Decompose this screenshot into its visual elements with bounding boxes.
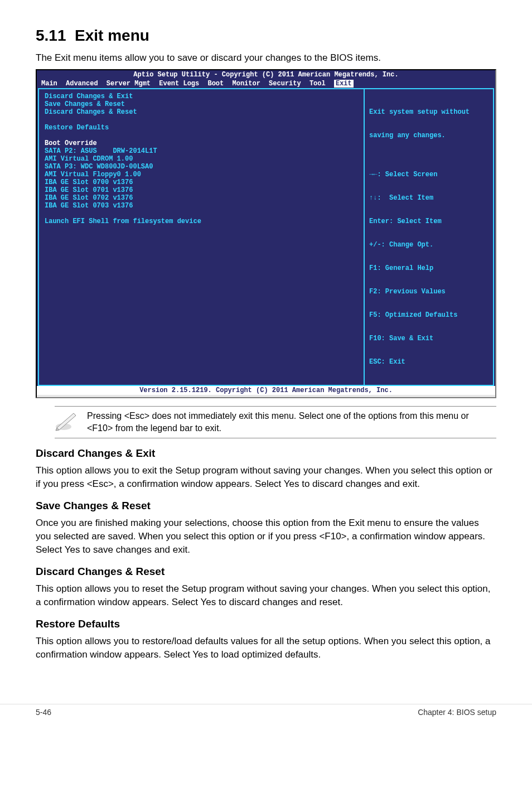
menu-iba-0700[interactable]: IBA GE Slot 0700 v1376	[45, 178, 358, 186]
menu-iba-0701[interactable]: IBA GE Slot 0701 v1376	[45, 186, 358, 194]
bios-version-footer: Version 2.15.1219. Copyright (C) 2011 Am…	[37, 386, 495, 395]
menu-restore-defaults[interactable]: Restore Defaults	[45, 124, 358, 132]
key-select-item: ↑↓: Select Item	[369, 194, 489, 202]
menu-iba-0703[interactable]: IBA GE Slot 0703 v1376	[45, 202, 358, 210]
menu-discard-exit[interactable]: Discard Changes & Exit	[45, 93, 358, 100]
heading-number: 5.11	[36, 27, 66, 44]
intro-text: The Exit menu items allow you to save or…	[36, 52, 496, 64]
key-general-help: F1: General Help	[369, 264, 489, 272]
key-prev-values: F2: Previous Values	[369, 288, 489, 296]
menu-sata-p3[interactable]: SATA P3: WDC WD800JD-00LSA0	[45, 163, 358, 171]
bios-right-panel: Exit system setup without saving any cha…	[365, 89, 493, 385]
menu-ami-floppy[interactable]: AMI Virtual Floppy0 1.00	[45, 171, 358, 178]
menu-launch-efi[interactable]: Launch EFI Shell from filesystem device	[45, 218, 358, 225]
bios-left-panel: Discard Changes & Exit Save Changes & Re…	[39, 89, 365, 385]
tab-monitor[interactable]: Monitor	[232, 80, 260, 88]
section-heading: Save Changes & Reset	[36, 500, 496, 512]
section-body: This option allows you to reset the Setu…	[36, 582, 496, 609]
note-text: Pressing <Esc> does not immediately exit…	[87, 410, 496, 434]
tab-advanced[interactable]: Advanced	[66, 80, 98, 88]
page-number: 5-46	[36, 708, 51, 717]
section-body: This option allows you to restore/load d…	[36, 635, 496, 661]
section-heading: Discard Changes & Exit	[36, 447, 496, 460]
tab-event-logs[interactable]: Event Logs	[159, 80, 199, 88]
key-save-exit: F10: Save & Exit	[369, 335, 489, 342]
chapter-label: Chapter 4: BIOS setup	[418, 708, 496, 717]
bios-utility-title: Aptio Setup Utility - Copyright (C) 2011…	[37, 70, 495, 79]
section-heading: Discard Changes & Reset	[36, 566, 496, 578]
bios-menubar: Main Advanced Server Mgmt Event Logs Boo…	[37, 79, 495, 88]
section-body: This option allows you to exit the Setup…	[36, 464, 496, 491]
key-select-screen: →←: Select Screen	[369, 171, 489, 178]
key-change-opt: +/-: Change Opt.	[369, 241, 489, 249]
section-heading: Restore Defaults	[36, 618, 496, 630]
bios-help-line: Exit system setup without	[369, 108, 489, 116]
tab-security[interactable]: Security	[269, 80, 301, 88]
page-title: 5.11 Exit menu	[36, 27, 496, 45]
section-body: Once you are finished making your select…	[36, 516, 496, 557]
heading-text: Exit menu	[75, 27, 149, 44]
tab-server-mgmt[interactable]: Server Mgmt	[107, 80, 151, 88]
pencil-icon	[55, 410, 77, 431]
key-enter: Enter: Select Item	[369, 218, 489, 225]
bios-bottom-bar	[37, 395, 495, 397]
tab-exit[interactable]: Exit	[334, 80, 354, 88]
menu-iba-0702[interactable]: IBA GE Slot 0702 v1376	[45, 194, 358, 202]
key-esc: ESC: Exit	[369, 358, 489, 366]
note-block: Pressing <Esc> does not immediately exit…	[55, 406, 496, 438]
menu-boot-override-header: Boot Override	[45, 139, 358, 147]
bios-screenshot: Aptio Setup Utility - Copyright (C) 2011…	[36, 69, 496, 398]
tab-boot[interactable]: Boot	[207, 80, 224, 88]
menu-discard-reset[interactable]: Discard Changes & Reset	[45, 108, 358, 116]
menu-save-reset[interactable]: Save Changes & Reset	[45, 100, 358, 108]
menu-ami-cdrom[interactable]: AMI Virtual CDROM 1.00	[45, 155, 358, 163]
bios-help-line: saving any changes.	[369, 132, 489, 139]
tab-main[interactable]: Main	[41, 80, 57, 88]
menu-sata-p2[interactable]: SATA P2: ASUS DRW-2014L1T	[45, 147, 358, 155]
bios-key-legend: →←: Select Screen ↑↓: Select Item Enter:…	[369, 155, 489, 381]
tab-tool[interactable]: Tool	[309, 80, 326, 88]
key-opt-defaults: F5: Optimized Defaults	[369, 311, 489, 319]
